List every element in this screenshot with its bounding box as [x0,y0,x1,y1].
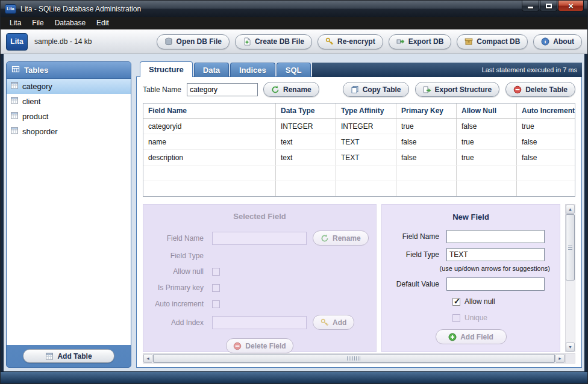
field-cell: true [457,150,517,165]
new-field-type-input[interactable] [446,248,545,261]
tab-sql[interactable]: SQL [277,63,311,77]
maximize-button[interactable] [540,1,557,11]
table-icon [10,126,19,137]
scroll-up-arrow[interactable]: ▲ [566,205,575,214]
default-value-input[interactable] [446,277,545,291]
field-cell: false [396,150,457,165]
field-cell: true [457,134,517,149]
workspace: Tables category client product shoporde [1,54,587,371]
minimize-button[interactable] [522,1,539,11]
new-allow-null-row: Allow null [452,297,560,306]
new-field-name-label: Field Name [382,232,439,241]
copy-table-icon [351,85,359,94]
add-table-label: Add Table [57,352,92,361]
open-db-icon [164,37,173,46]
selected-field-name-input[interactable] [212,232,307,245]
menu-lita[interactable]: Lita [4,17,27,29]
table-item[interactable]: client [7,94,131,109]
compact-db-button[interactable]: Compact DB [457,34,528,49]
empty-row [143,181,575,196]
selected-auto-increment-checkbox[interactable] [212,300,220,308]
rename-field-label: Rename [333,234,361,243]
field-cell: text [276,150,336,165]
vertical-scroll-track[interactable] [566,214,575,342]
vertical-scrollbar[interactable]: ▲ ▼ [565,204,575,352]
field-row[interactable]: description text TEXT false true false [143,150,575,166]
rename-field-button[interactable]: Rename [313,231,369,246]
new-field-name-input[interactable] [446,230,545,243]
tab-structure[interactable]: Structure [140,61,193,77]
close-button[interactable]: × [558,1,584,11]
open-db-file-button[interactable]: Open DB File [157,34,230,49]
table-item-label: product [22,112,48,121]
unique-label: Unique [464,314,487,322]
table-item[interactable]: product [7,109,131,124]
selected-field-type-row: Field Type [143,250,376,261]
empty-cell [517,166,575,181]
scroll-left-arrow[interactable]: ◄ [143,354,152,363]
about-button[interactable]: i About [533,34,582,49]
add-index-button[interactable]: Add [313,315,354,330]
selected-allow-null-row: Allow null [143,266,376,277]
table-item[interactable]: shoporder [7,124,131,139]
scroll-right-arrow[interactable]: ► [555,354,565,363]
toolbar-buttons: Open DB File Create DB File Re-encrypt E… [157,34,582,49]
unique-row: Unique [452,314,560,322]
add-index-key-icon [321,318,329,327]
delete-field-icon [233,342,242,350]
create-db-file-button[interactable]: Create DB File [235,34,312,49]
hscroll-row: ◄ ► [143,353,575,364]
re-encrypt-button[interactable]: Re-encrypt [317,34,383,49]
new-field-title: New Field [382,205,560,221]
last-statement-text: Last statement executed in 7 ms [482,66,577,73]
add-field-label: Add Field [460,333,493,341]
new-field-name-row: Field Name [382,230,560,243]
delete-field-button[interactable]: Delete Field [226,338,293,353]
empty-cell [457,166,517,181]
field-cell: TEXT [336,134,396,149]
add-field-button[interactable]: Add Field [436,329,507,344]
horizontal-scroll-thumb[interactable] [153,354,555,363]
default-value-label: Default Value [382,280,439,288]
field-row[interactable]: name text TEXT false true false [143,134,575,150]
vertical-scroll-thumb[interactable] [566,214,575,280]
rename-table-button[interactable]: Rename [263,82,319,97]
field-cell: true [517,119,575,134]
field-cell: false [396,134,457,149]
grid-header-cell: Auto Increment [517,104,575,118]
new-allow-null-checkbox[interactable] [452,298,460,306]
add-table-button[interactable]: Add Table [23,349,114,363]
menu-edit[interactable]: Edit [91,17,114,29]
table-item[interactable]: category [7,79,131,94]
copy-table-button[interactable]: Copy Table [343,82,409,97]
tab-data[interactable]: Data [194,63,229,77]
compact-db-label: Compact DB [477,37,520,46]
empty-cell [517,181,575,196]
export-structure-button[interactable]: Export Structure [415,82,500,97]
selected-primary-key-checkbox[interactable] [212,284,220,292]
field-cell: text [276,134,336,149]
delete-table-button[interactable]: Delete Table [505,82,575,97]
export-db-button[interactable]: Export DB [389,34,452,49]
window-title: Lita - SQLite Database Administration [20,5,141,13]
field-row[interactable]: categoryid INTEGER INTEGER true false tr… [143,119,575,134]
add-index-input[interactable] [212,316,307,329]
selected-allow-null-checkbox[interactable] [212,268,220,276]
create-db-icon [243,37,251,46]
selected-auto-increment-row: Auto increment [143,299,376,309]
menu-file[interactable]: File [27,17,49,29]
selected-field-type-label: Field Type [143,252,204,260]
scroll-down-arrow[interactable]: ▼ [566,342,575,351]
tabstrip: Structure Data Indices SQL Last statemen… [136,61,582,77]
app-icon: Lita [5,4,16,14]
menu-database[interactable]: Database [49,17,91,29]
grid-header-cell: Type Affinity [336,104,396,118]
horizontal-scrollbar[interactable]: ◄ ► [143,353,565,364]
sidebar-header: Tables [7,62,131,79]
create-db-file-label: Create DB File [255,37,304,46]
delete-table-label: Delete Table [525,85,568,94]
tab-indices[interactable]: Indices [230,63,275,77]
table-name-input[interactable] [187,83,258,96]
structure-panel: Table Name Rename Copy Table Expor [136,76,582,368]
unique-checkbox[interactable] [452,314,460,322]
